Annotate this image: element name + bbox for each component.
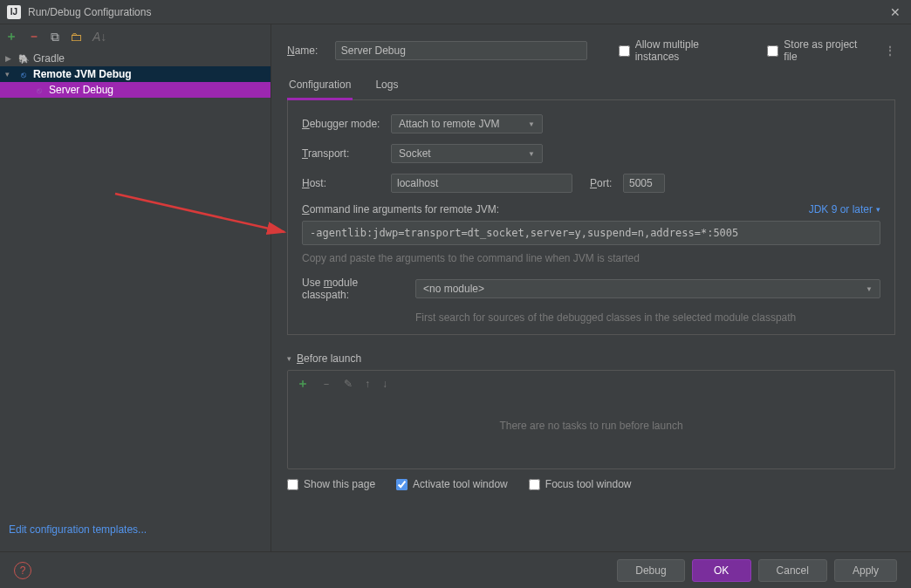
- tree-item-remote-jvm[interactable]: ▾ ⎋ Remote JVM Debug: [0, 66, 271, 82]
- cancel-button[interactable]: Cancel: [758, 559, 827, 582]
- dialog-footer: ? Debug OK Cancel Apply: [0, 551, 911, 588]
- show-page-label: Show this page: [304, 478, 375, 490]
- copy-config-icon[interactable]: ⧉: [51, 30, 59, 44]
- app-icon: IJ: [7, 5, 21, 19]
- module-classpath-value: <no module>: [423, 283, 484, 295]
- focus-tool-checkbox[interactable]: Focus tool window: [529, 478, 632, 490]
- titlebar: IJ Run/Debug Configurations ✕: [0, 0, 911, 24]
- chevron-down-icon: ▼: [528, 150, 535, 158]
- more-options-icon[interactable]: ⋮: [885, 44, 895, 57]
- add-config-icon[interactable]: ＋: [5, 29, 17, 44]
- name-input[interactable]: [335, 41, 587, 60]
- chevron-down-icon: ▾: [5, 70, 14, 79]
- remote-debug-icon: ⎋: [17, 68, 30, 80]
- ok-button[interactable]: OK: [692, 559, 751, 582]
- allow-multiple-label: Allow multiple instances: [635, 38, 743, 63]
- chevron-down-icon: ▼: [528, 120, 535, 128]
- activate-tool-label: Activate tool window: [413, 478, 508, 490]
- debugger-mode-select[interactable]: Attach to remote JVM ▼: [391, 114, 543, 133]
- cmd-args-hint: Copy and paste the arguments to the comm…: [302, 252, 880, 264]
- cmd-args-label: Command line arguments for remote JVM:: [302, 203, 499, 215]
- edit-task-icon[interactable]: ✎: [344, 378, 353, 390]
- tree-label: Gradle: [33, 52, 65, 65]
- sidebar-toolbar: ＋ － ⧉ 🗀 A↓: [0, 24, 271, 49]
- tab-configuration[interactable]: Configuration: [287, 73, 353, 100]
- configuration-panel: Debugger mode: Attach to remote JVM ▼ Tr…: [287, 100, 895, 335]
- before-launch-header[interactable]: ▾ Before launch: [287, 352, 895, 365]
- host-label: Host:: [302, 177, 382, 189]
- folder-icon[interactable]: 🗀: [70, 30, 82, 44]
- tree-item-server-debug[interactable]: ⎋ Server Debug: [0, 82, 271, 98]
- cmd-args-label-row: Command line arguments for remote JVM: J…: [302, 203, 880, 215]
- sidebar: ＋ － ⧉ 🗀 A↓ ▶ 🐘 Gradle ▾ ⎋ Remote JVM Deb…: [0, 24, 271, 551]
- close-icon[interactable]: ✕: [887, 5, 904, 19]
- remove-config-icon[interactable]: －: [28, 29, 40, 44]
- debugger-mode-value: Attach to remote JVM: [399, 118, 499, 130]
- transport-value: Socket: [399, 147, 431, 160]
- cmd-args-box[interactable]: -agentlib:jdwp=transport=dt_socket,serve…: [302, 221, 880, 245]
- module-classpath-label: Use module classpath:: [302, 277, 407, 301]
- tabs: Configuration Logs: [287, 73, 895, 100]
- store-project-label: Store as project file: [784, 38, 871, 63]
- name-row: Name: Allow multiple instances Store as …: [287, 38, 895, 63]
- move-down-icon[interactable]: ↓: [382, 378, 387, 390]
- before-launch-title: Before launch: [297, 352, 361, 365]
- module-classpath-hint: First search for sources of the debugged…: [415, 311, 880, 324]
- before-launch-empty: There are no tasks to run before launch: [288, 397, 894, 468]
- debugger-mode-label: Debugger mode:: [302, 118, 382, 130]
- chevron-right-icon: ▶: [5, 54, 14, 63]
- tree-label: Server Debug: [49, 84, 113, 96]
- move-up-icon[interactable]: ↑: [365, 378, 370, 390]
- tree-item-gradle[interactable]: ▶ 🐘 Gradle: [0, 51, 271, 66]
- port-label: Port:: [590, 177, 614, 189]
- config-tree: ▶ 🐘 Gradle ▾ ⎋ Remote JVM Debug ⎋ Server…: [0, 49, 271, 515]
- transport-select[interactable]: Socket ▼: [391, 144, 543, 163]
- before-launch-toolbar: ＋ － ✎ ↑ ↓: [288, 371, 894, 397]
- content-panel: Name: Allow multiple instances Store as …: [271, 24, 911, 551]
- chevron-down-icon: ▼: [866, 285, 873, 293]
- tree-label: Remote JVM Debug: [33, 68, 132, 80]
- allow-multiple-checkbox[interactable]: Allow multiple instances: [619, 38, 743, 63]
- focus-tool-label: Focus tool window: [545, 478, 632, 490]
- name-label: Name:: [287, 44, 328, 57]
- debug-button[interactable]: Debug: [617, 559, 684, 582]
- window-title: Run/Debug Configurations: [28, 6, 887, 18]
- show-page-checkbox[interactable]: Show this page: [287, 478, 375, 490]
- gradle-icon: 🐘: [17, 52, 30, 65]
- before-launch-section: ▾ Before launch ＋ － ✎ ↑ ↓ There are no t…: [287, 352, 895, 490]
- host-input[interactable]: [391, 174, 572, 193]
- jdk-version-select[interactable]: JDK 9 or later ▾: [809, 203, 880, 215]
- sort-icon[interactable]: A↓: [92, 30, 106, 44]
- port-input[interactable]: [623, 174, 665, 193]
- tab-logs[interactable]: Logs: [373, 73, 400, 99]
- chevron-down-icon: ▾: [287, 354, 291, 363]
- before-launch-box: ＋ － ✎ ↑ ↓ There are no tasks to run befo…: [287, 370, 895, 469]
- edit-templates-link[interactable]: Edit configuration templates...: [9, 523, 147, 536]
- remove-task-icon[interactable]: －: [321, 377, 332, 392]
- activate-tool-checkbox[interactable]: Activate tool window: [396, 478, 508, 490]
- bottom-checks: Show this page Activate tool window Focu…: [287, 478, 895, 490]
- transport-label: Transport:: [302, 147, 382, 160]
- server-debug-icon: ⎋: [33, 84, 45, 96]
- add-task-icon[interactable]: ＋: [297, 376, 309, 392]
- help-icon[interactable]: ?: [14, 562, 31, 579]
- module-classpath-select[interactable]: <no module> ▼: [415, 279, 880, 298]
- apply-button[interactable]: Apply: [834, 559, 897, 582]
- store-project-checkbox[interactable]: Store as project file: [767, 38, 871, 63]
